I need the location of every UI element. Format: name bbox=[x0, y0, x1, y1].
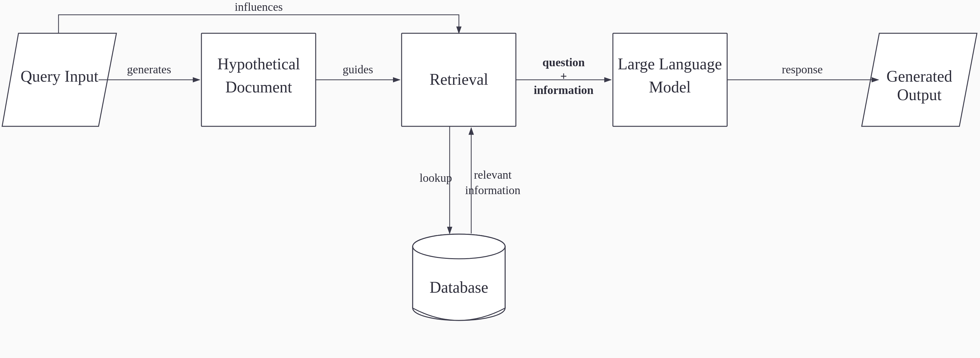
edge-question-label: question bbox=[542, 56, 585, 69]
edge-info-label: information bbox=[534, 83, 593, 96]
hypo-doc-label2: Document bbox=[226, 78, 292, 96]
generated-output-label: Generated bbox=[886, 67, 952, 85]
edge-lookup-label: lookup bbox=[420, 171, 452, 184]
llm-label2: Model bbox=[649, 78, 691, 96]
architecture-diagram: Query Input Hypothetical Document Retrie… bbox=[0, 0, 980, 358]
retrieval-label: Retrieval bbox=[430, 70, 488, 88]
edge-plus-label: + bbox=[560, 70, 567, 83]
edge-guides-label: guides bbox=[342, 63, 373, 76]
generated-output-node: Generated Output bbox=[862, 33, 977, 126]
hypo-doc-label: Hypothetical bbox=[218, 55, 300, 73]
edge-response-label: response bbox=[782, 63, 823, 76]
svg-point-14 bbox=[413, 234, 505, 259]
hypo-doc-node: Hypothetical Document bbox=[201, 33, 316, 126]
edge-relevant-label2: information bbox=[465, 184, 520, 197]
database-label: Database bbox=[430, 278, 488, 296]
database-node: Database bbox=[413, 234, 505, 320]
query-input-label: Query Input bbox=[21, 67, 99, 85]
edge-relevant-label1: relevant bbox=[474, 168, 512, 181]
llm-label: Large Language bbox=[618, 55, 722, 73]
generated-output-label2: Output bbox=[897, 86, 942, 103]
retrieval-node: Retrieval bbox=[402, 33, 516, 126]
edge-influences-label: influences bbox=[235, 0, 283, 13]
llm-node: Large Language Model bbox=[613, 33, 727, 126]
edge-generates-label: generates bbox=[127, 63, 171, 76]
